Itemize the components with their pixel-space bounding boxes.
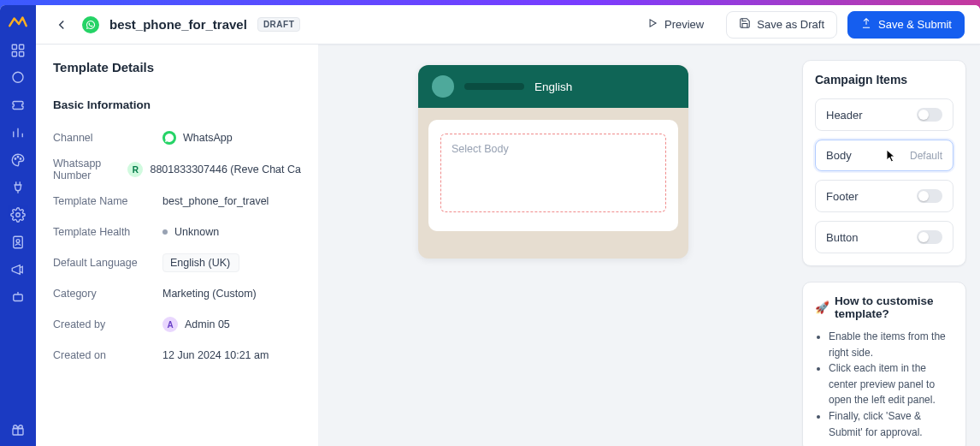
topbar: best_phone_for_travel DRAFT Preview Save… [36, 5, 980, 45]
basic-info-title: Basic Information [53, 98, 301, 111]
save-icon [739, 17, 751, 32]
wa-number-avatar: R [127, 162, 143, 177]
wa-message-bubble: Select Body [428, 120, 678, 231]
button-toggle[interactable] [917, 230, 942, 244]
channel-value: WhatsApp [183, 132, 233, 144]
nav-settings-icon[interactable] [10, 207, 26, 223]
template-details-panel: Template Details Basic Information Chann… [36, 45, 318, 446]
rocket-icon: 🚀 [815, 300, 829, 314]
campaign-item-footer[interactable]: Footer [815, 180, 953, 212]
campaign-item-header[interactable]: Header [815, 98, 953, 131]
nav-palette-icon[interactable] [10, 152, 26, 168]
nav-gift-icon[interactable] [10, 422, 26, 437]
campaign-items-title: Campaign Items [815, 73, 953, 86]
nav-bot-icon[interactable] [10, 289, 26, 305]
nav-dashboard-icon[interactable] [10, 43, 26, 58]
save-draft-button[interactable]: Save as Draft [726, 11, 837, 39]
row-template-name: Template Name best_phone_for_travel [53, 190, 301, 212]
svg-point-7 [20, 158, 21, 160]
svg-point-6 [17, 157, 19, 158]
upload-icon [860, 17, 872, 32]
svg-point-10 [16, 240, 20, 243]
save-draft-label: Save as Draft [757, 18, 824, 31]
campaign-items-card: Campaign Items Header Body Default Foote… [802, 60, 966, 266]
wa-language-label: English [534, 80, 572, 93]
back-button[interactable] [51, 15, 72, 35]
nav-contact-icon[interactable] [10, 235, 26, 250]
creator-avatar: A [162, 317, 178, 332]
category-value: Marketing (Custom) [162, 288, 257, 300]
details-title: Template Details [53, 60, 301, 74]
created-on-value: 12 Jun 2024 10:21 am [162, 349, 269, 361]
wa-avatar-placeholder-icon [432, 75, 454, 98]
app-logo-icon [7, 14, 29, 31]
nav-plug-icon[interactable] [10, 180, 26, 195]
nav-rail [0, 5, 36, 446]
preview-area: English Select Body [318, 45, 788, 446]
svg-rect-1 [20, 45, 24, 49]
template-health-value: Unknown [174, 226, 219, 238]
whatsapp-icon [82, 16, 99, 33]
help-list: Enable the items from the right side. Cl… [815, 329, 953, 440]
row-category: Category Marketing (Custom) [53, 282, 301, 305]
row-default-lang: Default Language English (UK) [53, 252, 301, 274]
whatsapp-icon [162, 131, 176, 145]
svg-marker-13 [650, 20, 656, 27]
nav-chat-icon[interactable] [10, 70, 26, 86]
campaign-item-body[interactable]: Body Default [815, 140, 953, 171]
whatsapp-preview-card: English Select Body [418, 65, 688, 259]
row-channel: Channel WhatsApp [53, 127, 301, 149]
created-by-value: Admin 05 [185, 318, 230, 330]
nav-megaphone-icon[interactable] [10, 262, 26, 277]
nav-ticket-icon[interactable] [10, 98, 26, 113]
preview-button[interactable]: Preview [635, 11, 716, 39]
svg-rect-3 [20, 52, 24, 56]
wa-preview-header: English [418, 65, 688, 108]
help-item: Finally, click 'Save & Submit' for appro… [829, 408, 953, 440]
page-title: best_phone_for_travel [109, 17, 247, 32]
save-submit-label: Save & Submit [878, 18, 952, 31]
preview-button-label: Preview [664, 18, 704, 31]
wa-name-skeleton [464, 83, 524, 90]
svg-rect-0 [12, 45, 16, 49]
default-lang-select[interactable]: English (UK) [162, 253, 239, 272]
row-created-by: Created by A Admin 05 [53, 313, 301, 336]
svg-point-5 [15, 158, 16, 160]
svg-point-8 [16, 213, 21, 217]
wa-number-value: 8801833307446 (Reve Chat Ca [150, 164, 301, 175]
play-icon [646, 17, 658, 32]
header-toggle[interactable] [917, 108, 942, 122]
health-dot-icon [162, 229, 168, 235]
save-submit-button[interactable]: Save & Submit [847, 11, 965, 39]
campaign-item-button[interactable]: Button [815, 221, 953, 253]
row-created-on: Created on 12 Jun 2024 10:21 am [53, 344, 301, 366]
body-meta: Default [910, 150, 942, 162]
status-badge: DRAFT [257, 17, 300, 32]
svg-rect-2 [12, 52, 16, 56]
select-body-zone[interactable]: Select Body [440, 134, 666, 212]
help-title: 🚀 How to customise template? [815, 294, 953, 320]
right-column: Campaign Items Header Body Default Foote… [788, 45, 980, 446]
nav-analytics-icon[interactable] [10, 125, 26, 140]
template-name-value: best_phone_for_travel [162, 195, 269, 207]
svg-rect-11 [14, 294, 23, 301]
help-item: Click each item in the center preview pa… [829, 360, 953, 408]
footer-toggle[interactable] [917, 189, 942, 203]
help-card: 🚀 How to customise template? Enable the … [802, 282, 966, 446]
help-item: Enable the items from the right side. [829, 329, 953, 360]
row-template-health: Template Health Unknown [53, 221, 301, 243]
row-wa-number: Whatsapp Number R 8801833307446 (Reve Ch… [53, 158, 301, 181]
